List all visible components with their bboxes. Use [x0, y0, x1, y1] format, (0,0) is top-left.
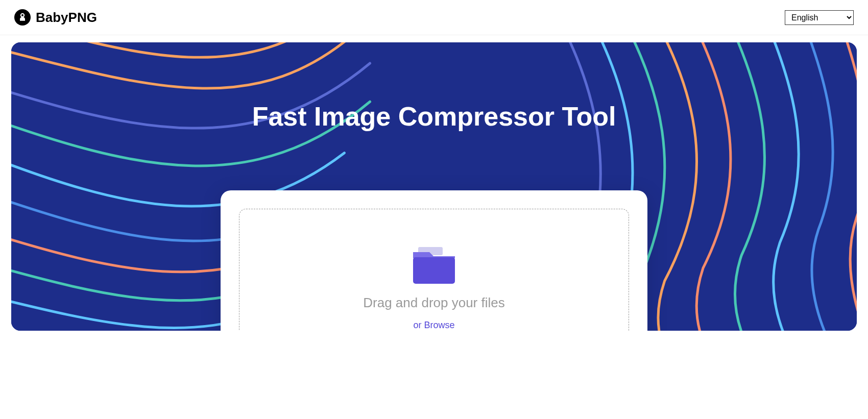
brand-name: BabyPNG: [36, 10, 97, 26]
language-select[interactable]: English: [785, 10, 854, 25]
file-dropzone[interactable]: Drag and drop your files or Browse file …: [239, 209, 629, 331]
folder-icon: [411, 245, 457, 286]
site-header: BabyPNG English: [0, 0, 868, 35]
hero-title: Fast Image Compressor Tool: [11, 42, 857, 132]
hero-section: Fast Image Compressor Tool Drag and drop…: [0, 35, 868, 331]
brand-logo-icon: [14, 9, 31, 26]
upload-card: Drag and drop your files or Browse file …: [221, 190, 647, 331]
browse-link[interactable]: or Browse: [413, 320, 454, 331]
drag-drop-label: Drag and drop your files: [363, 295, 504, 311]
brand[interactable]: BabyPNG: [14, 9, 97, 26]
svg-rect-2: [413, 257, 455, 284]
hero-banner: Fast Image Compressor Tool Drag and drop…: [11, 42, 857, 331]
